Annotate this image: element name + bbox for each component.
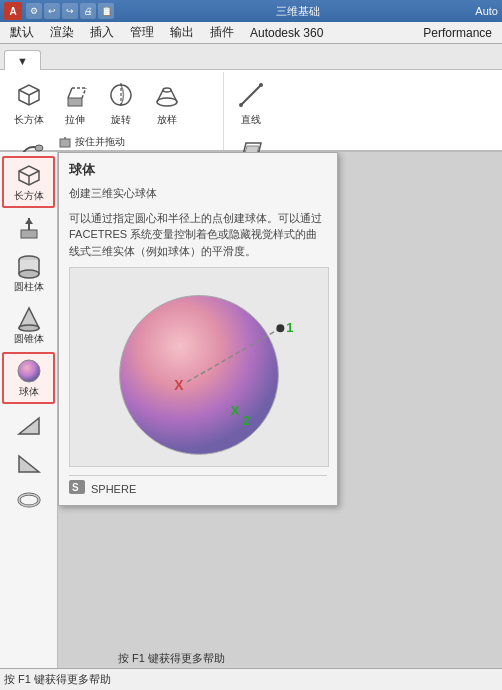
tooltip-image: X 1 X 2 xyxy=(69,267,329,467)
sidebar-cylinder-icon xyxy=(14,252,44,280)
btn-loft-label: 放样 xyxy=(157,113,177,127)
title-bar-icons: ⚙ ↩ ↪ 🖨 📋 xyxy=(26,3,114,19)
revolve-icon xyxy=(105,79,137,111)
sidebar-item-wedge1[interactable] xyxy=(2,406,55,442)
svg-marker-32 xyxy=(25,218,33,224)
btn-line[interactable]: 直线 xyxy=(229,75,273,131)
svg-point-47 xyxy=(120,295,279,454)
svg-point-23 xyxy=(239,103,243,107)
svg-line-6 xyxy=(82,88,86,98)
sidebar-item-sphere[interactable]: 球体 xyxy=(2,352,55,404)
sidebar-cylinder-label: 圆柱体 xyxy=(14,280,44,294)
sidebar-item-cylinder[interactable]: 圆柱体 xyxy=(2,248,55,298)
btn-line-label: 直线 xyxy=(241,113,261,127)
title-right: Auto xyxy=(475,5,498,17)
title-icon-2[interactable]: ↩ xyxy=(44,3,60,19)
sidebar-extrude-icon xyxy=(14,214,44,242)
btn-box-label: 长方体 xyxy=(14,113,44,127)
svg-text:2: 2 xyxy=(243,412,250,427)
title-bar: A ⚙ ↩ ↪ 🖨 📋 三维基础 Auto xyxy=(0,0,502,22)
btn-box[interactable]: 长方体 xyxy=(7,75,51,131)
svg-text:X: X xyxy=(231,402,240,417)
title-icon-4[interactable]: 🖨 xyxy=(80,3,96,19)
svg-point-24 xyxy=(259,83,263,87)
box-icon xyxy=(13,79,45,111)
ribbon-tabs: ▼ xyxy=(0,44,502,70)
menu-insert[interactable]: 插入 xyxy=(82,22,122,43)
svg-text:X: X xyxy=(174,376,184,392)
svg-line-29 xyxy=(29,171,39,176)
btn-extrude[interactable]: 拉伸 xyxy=(53,75,97,131)
svg-point-50 xyxy=(276,324,284,332)
tooltip-sphere-label: SPHERE xyxy=(91,483,136,495)
sidebar-torus-icon xyxy=(14,486,44,514)
sidebar-item-wedge2[interactable] xyxy=(2,444,55,480)
loft-icon xyxy=(151,79,183,111)
svg-rect-14 xyxy=(60,139,70,147)
svg-point-40 xyxy=(19,325,39,331)
sidebar-box-label: 长方体 xyxy=(14,189,44,203)
svg-point-9 xyxy=(157,98,177,106)
svg-marker-42 xyxy=(19,418,39,434)
menu-performance[interactable]: Performance xyxy=(415,24,500,42)
svg-line-2 xyxy=(29,90,39,95)
svg-rect-33 xyxy=(21,230,37,238)
app-title: 三维基础 xyxy=(120,4,475,19)
sidebar-cone-label: 圆锥体 xyxy=(14,332,44,346)
svg-point-10 xyxy=(163,88,171,92)
btn-presshold-label: 按住并拖动 xyxy=(75,135,125,149)
menu-default[interactable]: 默认 xyxy=(2,22,42,43)
menu-render[interactable]: 渲染 xyxy=(42,22,82,43)
svg-point-41 xyxy=(18,360,40,382)
sidebar-cone-icon xyxy=(14,304,44,332)
line-icon xyxy=(235,79,267,111)
ribbon-group-solids: 长方体 拉伸 xyxy=(4,72,224,150)
title-icon-5[interactable]: 📋 xyxy=(98,3,114,19)
svg-text:S: S xyxy=(72,482,79,493)
sidebar-item-extrude[interactable] xyxy=(2,210,55,246)
sidebar-sphere-icon xyxy=(14,357,44,385)
menu-bar: 默认 渲染 插入 管理 输出 插件 Autodesk 360 Performan… xyxy=(0,22,502,44)
content-area: 球体 创建三维实心球体 可以通过指定圆心和半径上的点创建球体。可以通过 FACE… xyxy=(58,152,502,668)
btn-revolve-label: 旋转 xyxy=(111,113,131,127)
menu-plugin[interactable]: 插件 xyxy=(202,22,242,43)
svg-point-45 xyxy=(19,494,39,506)
sidebar-wedge2-icon xyxy=(14,448,44,476)
tooltip-short-desc: 创建三维实心球体 xyxy=(69,185,327,202)
sidebar-sphere-label: 球体 xyxy=(19,385,39,399)
svg-line-22 xyxy=(241,85,261,105)
title-icon-3[interactable]: ↪ xyxy=(62,3,78,19)
tab-active[interactable]: ▼ xyxy=(4,50,41,70)
presshold-icon xyxy=(57,134,73,150)
ribbon-toolbar: 长方体 拉伸 xyxy=(0,70,502,152)
svg-rect-4 xyxy=(68,98,82,106)
btn-revolve[interactable]: 旋转 xyxy=(99,75,143,131)
btn-presshold[interactable]: 按住并拖动 xyxy=(53,133,129,151)
sidebar-item-box[interactable]: 长方体 xyxy=(2,156,55,208)
svg-point-13 xyxy=(35,145,43,151)
btn-extrude-label: 拉伸 xyxy=(65,113,85,127)
sidebar-item-torus[interactable] xyxy=(2,482,55,518)
tooltip-title: 球体 xyxy=(69,161,327,179)
extrude-icon xyxy=(59,79,91,111)
sidebar-wedge1-icon xyxy=(14,410,44,438)
ribbon-group-draw: 直线 多形体 绘图 xyxy=(226,72,316,150)
svg-line-5 xyxy=(68,88,72,98)
sidebar-box-icon xyxy=(14,161,44,189)
svg-line-28 xyxy=(19,171,29,176)
main-area: 长方体 圆柱体 xyxy=(0,152,502,668)
menu-output[interactable]: 输出 xyxy=(162,22,202,43)
sidebar: 长方体 圆柱体 xyxy=(0,152,58,668)
svg-line-12 xyxy=(171,90,177,102)
sidebar-item-cone[interactable]: 圆锥体 xyxy=(2,300,55,350)
menu-autodesk360[interactable]: Autodesk 360 xyxy=(242,24,331,42)
tooltip-popup: 球体 创建三维实心球体 可以通过指定圆心和半径上的点创建球体。可以通过 FACE… xyxy=(58,152,338,506)
svg-marker-43 xyxy=(19,456,39,472)
tooltip-footer-icon: S xyxy=(69,480,85,497)
tooltip-footer: S SPHERE xyxy=(69,475,327,497)
btn-loft[interactable]: 放样 xyxy=(145,75,189,131)
svg-line-1 xyxy=(19,90,29,95)
menu-manage[interactable]: 管理 xyxy=(122,22,162,43)
title-icon-1[interactable]: ⚙ xyxy=(26,3,42,19)
app-logo: A xyxy=(4,2,22,20)
